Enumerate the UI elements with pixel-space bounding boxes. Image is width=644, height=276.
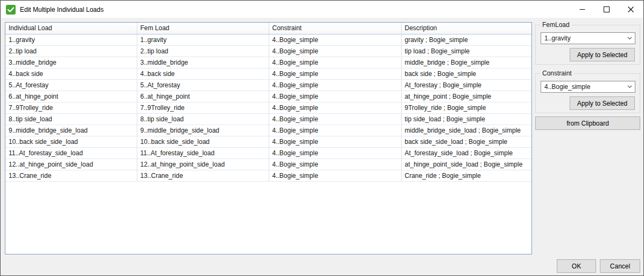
table-row[interactable]: 11..At_forestay_side_load11..At_forestay…	[5, 147, 531, 158]
femload-apply-to-selected-button[interactable]: Apply to Selected	[570, 48, 635, 61]
table-cell[interactable]: 5..At_forestay	[137, 79, 269, 91]
constraint-group-label: Constraint	[540, 70, 574, 77]
table-row[interactable]: 12..at_hinge_point_side_load12..at_hinge…	[5, 158, 531, 170]
table-cell[interactable]: at_hinge_point_side_load ; Bogie_simple	[401, 158, 531, 170]
table-cell[interactable]: 4..Bogie_simple	[269, 113, 401, 125]
window-title: Edit Multiple Individual Loads	[20, 6, 103, 13]
table-cell[interactable]: 3..middle_bridge	[137, 57, 269, 68]
table-cell[interactable]: 2..tip load	[137, 45, 269, 57]
table-cell[interactable]: 4..Bogie_simple	[269, 91, 401, 102]
femload-dropdown-value: 1..gravity	[544, 34, 624, 42]
table-row[interactable]: 3..middle_bridge3..middle_bridge4..Bogie…	[5, 57, 531, 68]
title-bar: Edit Multiple Individual Loads	[1, 1, 643, 18]
table-cell[interactable]: 6..at_hinge_point	[137, 91, 269, 102]
table-cell[interactable]: 2..tip load	[5, 45, 137, 57]
table-cell[interactable]: 4..Bogie_simple	[269, 170, 401, 181]
table-row[interactable]: 2..tip load2..tip load4..Bogie_simpletip…	[5, 45, 531, 57]
table-header-row: Individual Load Fem Load Constraint Desc…	[5, 23, 531, 34]
table-cell[interactable]: 10..back side_side_load	[5, 136, 137, 147]
table-cell[interactable]: 7..9Trolley_ride	[137, 102, 269, 113]
maximize-icon	[604, 6, 610, 12]
table-cell[interactable]: 10..back side_side_load	[137, 136, 269, 147]
table-cell[interactable]: 8..tip side_load	[5, 113, 137, 125]
column-header-fem-load[interactable]: Fem Load	[137, 23, 269, 34]
chevron-down-icon	[624, 85, 635, 88]
table-cell[interactable]: 4..Bogie_simple	[269, 158, 401, 170]
minimize-button[interactable]	[570, 1, 594, 18]
table-row[interactable]: 6..at_hinge_point6..at_hinge_point4..Bog…	[5, 91, 531, 102]
ok-button[interactable]: OK	[557, 259, 596, 273]
column-header-individual-load[interactable]: Individual Load	[5, 23, 137, 34]
table-cell[interactable]: 8..tip side_load	[137, 113, 269, 125]
table-row[interactable]: 10..back side_side_load10..back side_sid…	[5, 136, 531, 147]
table-cell[interactable]: At_forestay_side_load ; Bogie_simple	[401, 147, 531, 158]
table-row[interactable]: 9..middle_bridge_side_load9..middle_brid…	[5, 125, 531, 136]
femload-dropdown[interactable]: 1..gravity	[541, 32, 635, 44]
constraint-apply-to-selected-button[interactable]: Apply to Selected	[570, 96, 635, 110]
table-cell[interactable]: 1..gravity	[5, 34, 137, 45]
table-cell[interactable]: 9Trolley_ride ; Bogie_simple	[401, 102, 531, 113]
dialog-window: Edit Multiple Individual Loads Individu	[0, 0, 644, 276]
table-cell[interactable]: 11..At_forestay_side_load	[137, 147, 269, 158]
from-clipboard-button[interactable]: from Clipboard	[535, 116, 640, 130]
constraint-dropdown-value: 4..Bogie_simple	[544, 83, 624, 91]
table-cell[interactable]: 4..Bogie_simple	[269, 125, 401, 136]
close-icon	[628, 6, 634, 12]
column-header-constraint[interactable]: Constraint	[269, 23, 401, 34]
table-cell[interactable]: 4..Bogie_simple	[269, 147, 401, 158]
cancel-button[interactable]: Cancel	[600, 259, 640, 273]
table-cell[interactable]: 4..Bogie_simple	[269, 102, 401, 113]
table-cell[interactable]: 4..Bogie_simple	[269, 68, 401, 79]
constraint-group: Constraint 4..Bogie_simple Apply to Sele…	[535, 73, 640, 113]
table-cell[interactable]: 4..Bogie_simple	[269, 34, 401, 45]
table-cell[interactable]: 4..back side	[137, 68, 269, 79]
table-cell[interactable]: 6..at_hinge_point	[5, 91, 137, 102]
minimize-icon	[579, 6, 585, 12]
table-cell[interactable]: 12..at_hinge_point_side_load	[5, 158, 137, 170]
table-row[interactable]: 8..tip side_load8..tip side_load4..Bogie…	[5, 113, 531, 125]
table-cell[interactable]: 5..At_forestay	[5, 79, 137, 91]
table-cell[interactable]: 4..Bogie_simple	[269, 136, 401, 147]
table-cell[interactable]: 9..middle_bridge_side_load	[5, 125, 137, 136]
table-cell[interactable]: Crane_ride ; Bogie_simple	[401, 170, 531, 181]
table-cell[interactable]: tip load ; Bogie_simple	[401, 45, 531, 57]
column-header-description[interactable]: Description	[401, 23, 531, 34]
table-cell[interactable]: 13..Crane_ride	[5, 170, 137, 181]
maximize-button[interactable]	[594, 1, 619, 18]
table-cell[interactable]: back side_side_load ; Bogie_simple	[401, 136, 531, 147]
table-cell[interactable]: 4..Bogie_simple	[269, 45, 401, 57]
table-cell[interactable]: 12..at_hinge_point_side_load	[137, 158, 269, 170]
loads-table: Individual Load Fem Load Constraint Desc…	[5, 22, 532, 254]
green-check-app-icon	[6, 5, 16, 15]
constraint-dropdown[interactable]: 4..Bogie_simple	[541, 81, 635, 93]
table-row[interactable]: 1..gravity1..gravity4..Bogie_simplegravi…	[5, 34, 531, 45]
table-cell[interactable]: middle_bridge ; Bogie_simple	[401, 57, 531, 68]
table-cell[interactable]: gravity ; Bogie_simple	[401, 34, 531, 45]
chevron-down-icon	[624, 37, 635, 40]
table-cell[interactable]: at_hinge_point ; Bogie_simple	[401, 91, 531, 102]
table-cell[interactable]: 13..Crane_ride	[137, 170, 269, 181]
table-cell[interactable]: 7..9Trolley_ride	[5, 102, 137, 113]
femload-group-label: FemLoad	[540, 21, 572, 29]
table-row[interactable]: 7..9Trolley_ride7..9Trolley_ride4..Bogie…	[5, 102, 531, 113]
check-icon	[8, 7, 14, 12]
table-cell[interactable]: back side ; Bogie_simple	[401, 68, 531, 79]
table-cell[interactable]: 11..At_forestay_side_load	[5, 147, 137, 158]
table-cell[interactable]: 4..Bogie_simple	[269, 57, 401, 68]
table-cell[interactable]: middle_bridge_side_load ; Bogie_simple	[401, 125, 531, 136]
table-cell[interactable]: 4..Bogie_simple	[269, 79, 401, 91]
table-cell[interactable]: 9..middle_bridge_side_load	[137, 125, 269, 136]
table-row[interactable]: 4..back side4..back side4..Bogie_simpleb…	[5, 68, 531, 79]
table-row[interactable]: 13..Crane_ride13..Crane_ride4..Bogie_sim…	[5, 170, 531, 181]
table-cell[interactable]: At_forestay ; Bogie_simple	[401, 79, 531, 91]
femload-group: FemLoad 1..gravity Apply to Selected	[535, 25, 640, 65]
table-row[interactable]: 5..At_forestay5..At_forestay4..Bogie_sim…	[5, 79, 531, 91]
table-cell[interactable]: 4..back side	[5, 68, 137, 79]
close-button[interactable]	[619, 1, 643, 18]
table-cell[interactable]: tip side_load ; Bogie_simple	[401, 113, 531, 125]
table-cell[interactable]: 1..gravity	[137, 34, 269, 45]
table-cell[interactable]: 3..middle_bridge	[5, 57, 137, 68]
table-body: 1..gravity1..gravity4..Bogie_simplegravi…	[5, 34, 531, 181]
